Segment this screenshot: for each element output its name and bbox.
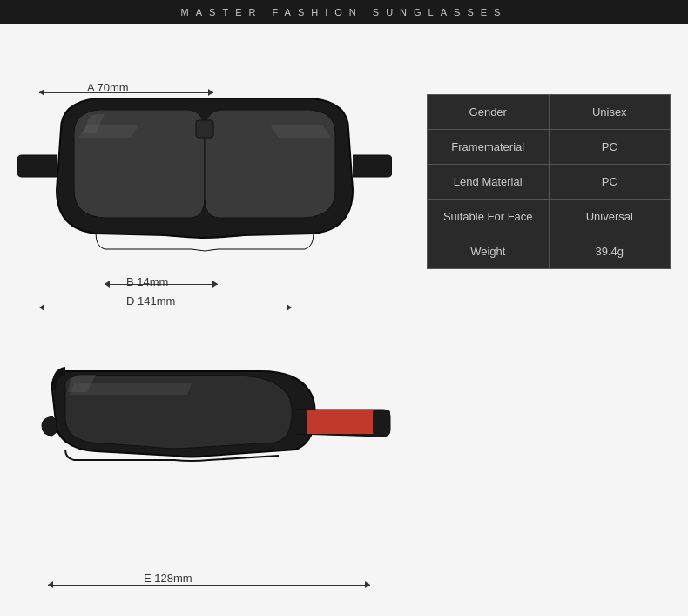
specs-value: Universal	[550, 200, 671, 234]
specs-key: Gender	[428, 95, 550, 129]
dim-d-label: D 141mm	[126, 294, 175, 308]
dim-e-label: E 128mm	[144, 572, 192, 585]
specs-table: GenderUnisexFramematerialPCLend Material…	[427, 94, 671, 269]
svg-rect-1	[305, 410, 374, 434]
specs-key: Framematerial	[428, 130, 550, 164]
specs-key: Lend Material	[428, 165, 550, 199]
glasses-side-diagram	[17, 355, 392, 547]
specs-value: 39.4g	[550, 234, 671, 268]
specs-row: FramematerialPC	[428, 130, 670, 165]
brand-title: MASTER FASHION SUNGLASSES	[181, 7, 508, 17]
specs-value: Unisex	[550, 95, 671, 129]
main-content: A 70mm C57mm B 14mm D 141mm	[0, 24, 688, 611]
specs-key: Weight	[428, 234, 550, 268]
specs-row: GenderUnisex	[428, 95, 670, 130]
dim-a-label: A 70mm	[87, 81, 129, 94]
svg-rect-3	[373, 410, 390, 434]
brand-header: MASTER FASHION SUNGLASSES	[0, 0, 688, 24]
specs-row: Lend MaterialPC	[428, 165, 670, 200]
specs-value: PC	[550, 165, 671, 199]
svg-rect-0	[196, 120, 213, 138]
specs-row: Suitable For FaceUniversal	[428, 200, 670, 234]
specs-key: Suitable For Face	[428, 200, 550, 234]
dim-d-arrow	[39, 308, 292, 308]
specs-value: PC	[550, 130, 671, 164]
specs-row: Weight39.4g	[428, 234, 670, 268]
dim-b-label: B 14mm	[126, 275, 168, 288]
svg-rect-2	[294, 410, 307, 434]
dim-e-arrow	[48, 585, 370, 586]
glasses-top-diagram	[17, 77, 392, 312]
